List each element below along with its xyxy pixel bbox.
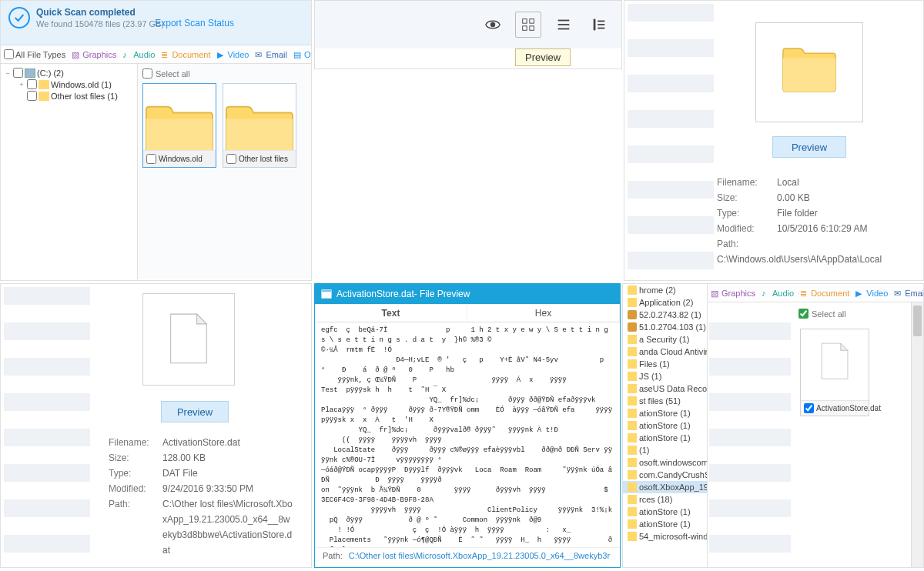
tree-item[interactable]: ationStore (1) bbox=[623, 419, 707, 432]
file-preview-panel: Preview Filename:ActivationStore.dat Siz… bbox=[0, 283, 312, 568]
scan-subtitle: We found 150478 files (23.97 GB) bbox=[36, 19, 164, 28]
tree-item[interactable]: st files (51) bbox=[623, 395, 707, 407]
file-type-filter-row: All File Types ▧Graphics ♪Audio ≣Documen… bbox=[1, 45, 311, 64]
file-meta-block: Filename:Local Size:0.00 KB Type:File fo… bbox=[717, 175, 923, 267]
svg-rect-13 bbox=[322, 290, 331, 292]
eye-icon[interactable] bbox=[480, 12, 506, 38]
list-view-icon[interactable] bbox=[551, 12, 577, 38]
tree-child[interactable]: Other lost files (1) bbox=[4, 90, 134, 102]
filter-graphics[interactable]: ▧Graphics bbox=[711, 289, 755, 298]
scan-results-panel: Quick Scan completed We found 150478 fil… bbox=[0, 0, 312, 281]
filter-audio[interactable]: ♪Audio bbox=[762, 289, 794, 298]
svg-rect-3 bbox=[523, 26, 527, 31]
tree-item[interactable]: hrome (2) bbox=[623, 284, 707, 296]
checkmark-icon bbox=[8, 7, 30, 28]
filter-all[interactable]: All File Types bbox=[4, 49, 65, 59]
stripe-list bbox=[628, 4, 714, 277]
filter-document[interactable]: ≣Document bbox=[161, 50, 210, 59]
tree-item[interactable]: Application (2) bbox=[623, 296, 707, 309]
preview-tooltip: Preview bbox=[515, 48, 571, 66]
select-all-checkbox[interactable]: Select all bbox=[798, 309, 846, 319]
tree-item[interactable]: aseUS Data Recovery bbox=[623, 382, 707, 395]
preview-button[interactable]: Preview bbox=[161, 401, 229, 422]
svg-point-0 bbox=[490, 22, 495, 27]
file-type-filter-row: ▧Graphics ♪Audio ≣Document ▶Video ✉Email… bbox=[708, 284, 924, 302]
tree-item[interactable]: ationStore (1) bbox=[623, 506, 707, 518]
folder-thumb-other-lost[interactable]: Other lost files bbox=[223, 83, 296, 168]
window-titlebar[interactable]: ActivationStore.dat- File Preview bbox=[315, 284, 620, 304]
svg-rect-4 bbox=[530, 26, 534, 31]
filter-video[interactable]: ▶Video bbox=[855, 289, 888, 298]
window-icon bbox=[321, 289, 332, 299]
filter-email[interactable]: ✉Email bbox=[894, 289, 924, 298]
tree-item[interactable]: (1) bbox=[623, 444, 707, 456]
tree-item[interactable]: osoft.XboxApp_19.21. bbox=[623, 481, 707, 493]
filter-other[interactable]: ▤Ot bbox=[293, 50, 311, 59]
hex-preview-window: ActivationStore.dat- File Preview Text H… bbox=[314, 283, 621, 568]
filter-email[interactable]: ✉Email bbox=[255, 50, 287, 59]
tree-item[interactable]: rces (18) bbox=[623, 493, 707, 506]
detail-view-icon[interactable] bbox=[586, 12, 612, 38]
folder-tree-column[interactable]: hrome (2)Application (2)52.0.2743.82 (1)… bbox=[623, 284, 708, 567]
tree-item[interactable]: a Security (1) bbox=[623, 333, 707, 346]
svg-rect-1 bbox=[523, 19, 527, 24]
svg-rect-8 bbox=[594, 19, 596, 31]
file-thumb bbox=[142, 293, 235, 386]
path-bar: Path:C:\Other lost files\Microsoft.XboxA… bbox=[315, 547, 620, 567]
tree-item[interactable]: JS (1) bbox=[623, 370, 707, 382]
export-scan-link[interactable]: Export Scan Status bbox=[155, 18, 234, 28]
tree-child[interactable]: +Windows.old (1) bbox=[4, 78, 134, 90]
tab-hex[interactable]: Hex bbox=[467, 304, 620, 322]
tree-item[interactable]: 54_microsoft-window bbox=[623, 530, 707, 543]
filter-audio[interactable]: ♪Audio bbox=[122, 50, 155, 59]
file-meta-block: Filename:ActivationStore.dat Size:128.00… bbox=[109, 435, 301, 558]
file-browser-panel: hrome (2)Application (2)52.0.2743.82 (1)… bbox=[622, 283, 924, 568]
vertical-scrollbar[interactable] bbox=[911, 302, 923, 567]
file-thumb-activationstore[interactable]: ActivationStore.dat bbox=[800, 329, 869, 416]
folder-preview-thumb bbox=[755, 22, 863, 122]
tree-item[interactable]: Files (1) bbox=[623, 358, 707, 370]
tree-item[interactable]: com.CandyCrushSod bbox=[623, 469, 707, 481]
tree-item[interactable]: osoft.windowscommu bbox=[623, 456, 707, 469]
stripe-list bbox=[709, 322, 791, 568]
folder-tree[interactable]: −(C:) (2) +Windows.old (1) Other lost fi… bbox=[1, 64, 138, 279]
filter-video[interactable]: ▶Video bbox=[217, 50, 249, 59]
tree-item[interactable]: ationStore (1) bbox=[623, 518, 707, 530]
folder-thumb-windows-old[interactable]: Windows.old bbox=[142, 83, 216, 168]
filter-graphics[interactable]: ▧Graphics bbox=[72, 50, 116, 59]
filter-document[interactable]: ≣Document bbox=[800, 289, 849, 298]
tree-item[interactable]: ationStore (1) bbox=[623, 407, 707, 419]
folder-preview-panel: Preview Filename:Local Size:0.00 KB Type… bbox=[624, 0, 924, 281]
scan-header: Quick Scan completed We found 150478 fil… bbox=[1, 1, 311, 45]
tree-item[interactable]: ationStore (1) bbox=[623, 432, 707, 444]
select-all-checkbox[interactable]: Select all bbox=[142, 68, 306, 78]
toolbar-panel: Preview bbox=[314, 0, 622, 69]
text-preview-body[interactable]: egfc ç beQá-7Î p 1 h 2 t x y e w y \ S e… bbox=[315, 322, 620, 547]
tab-text[interactable]: Text bbox=[315, 304, 467, 322]
preview-tabbar: Text Hex bbox=[315, 304, 620, 322]
preview-button[interactable]: Preview bbox=[772, 136, 846, 158]
scan-title: Quick Scan completed bbox=[36, 7, 164, 18]
tree-item[interactable]: 51.0.2704.103 (1) bbox=[623, 321, 707, 333]
stripe-list bbox=[4, 287, 90, 564]
grid-view-icon[interactable] bbox=[515, 12, 541, 38]
tree-item[interactable]: anda Cloud Antivirus bbox=[623, 346, 707, 358]
tree-root[interactable]: −(C:) (2) bbox=[4, 67, 134, 78]
folder-thumbnails: Select all Windows.old Other lost files bbox=[138, 64, 311, 279]
tree-item[interactable]: 52.0.2743.82 (1) bbox=[623, 309, 707, 321]
svg-rect-2 bbox=[530, 19, 534, 24]
